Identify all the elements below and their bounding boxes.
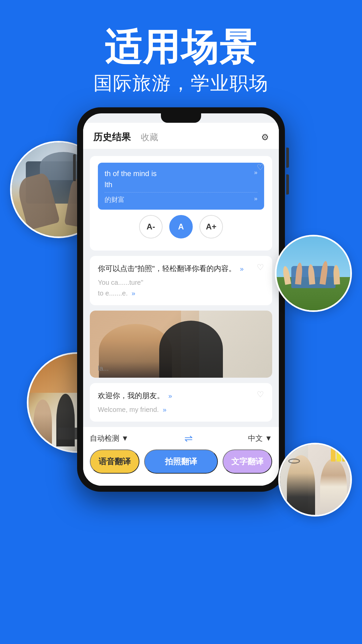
blue-en-text: th of the mind is » lth bbox=[105, 168, 257, 190]
phone-screen: 历史结果 收藏 ⚙ ♡ th of the mind is » lth bbox=[83, 113, 279, 486]
nav-bar: 历史结果 收藏 ⚙ bbox=[83, 123, 279, 149]
translation-card-2: ♡ 你可以点击"拍照"，轻松翻译你看的内容。 » You ca......tur… bbox=[90, 256, 272, 305]
phone-frame: 历史结果 收藏 ⚙ ♡ th of the mind is » lth bbox=[77, 107, 285, 492]
swap-languages-btn[interactable]: ⇌ bbox=[184, 432, 193, 444]
app-content: 历史结果 收藏 ⚙ ♡ th of the mind is » lth bbox=[83, 123, 279, 486]
header-section: 适用场景 国际旅游，学业职场 bbox=[0, 0, 362, 96]
photo-translate-btn[interactable]: 拍照翻译 bbox=[144, 449, 218, 474]
phone-mockup: 历史结果 收藏 ⚙ ♡ th of the mind is » lth bbox=[70, 107, 292, 492]
blue-zh-text: 的财富 » bbox=[105, 192, 257, 204]
font-decrease-btn[interactable]: A- bbox=[139, 215, 163, 238]
partial-text-3: la... bbox=[98, 365, 109, 372]
main-title: 适用场景 bbox=[0, 27, 362, 67]
target-language-selector[interactable]: 中文 ▼ bbox=[248, 433, 272, 443]
nav-favorites-tab[interactable]: 收藏 bbox=[141, 131, 158, 143]
en-translation-4: Welcome, my friend. » bbox=[98, 404, 264, 415]
translation-card-1: ♡ th of the mind is » lth 的财富 » bbox=[90, 156, 272, 251]
speaker-icon-2[interactable]: » bbox=[240, 263, 244, 274]
favorite-icon-4[interactable]: ♡ bbox=[257, 390, 264, 399]
zh-source-text-4: 欢迎你，我的朋友。 » bbox=[98, 390, 264, 401]
translation-card-3: ♡ la... bbox=[90, 311, 272, 378]
language-selector-row: 自动检测 ▼ ⇌ 中文 ▼ bbox=[90, 432, 272, 444]
voice-translate-btn[interactable]: 语音翻译 bbox=[90, 449, 139, 474]
nav-history-tab[interactable]: 历史结果 bbox=[93, 131, 131, 144]
speaker-icon-4b[interactable]: » bbox=[163, 404, 166, 415]
font-normal-btn[interactable]: A bbox=[169, 215, 193, 238]
font-increase-btn[interactable]: A+ bbox=[199, 215, 223, 238]
font-size-controls: A- A A+ bbox=[98, 215, 264, 238]
zh-source-text-2: 你可以点击"拍照"，轻松翻译你看的内容。 » bbox=[98, 263, 264, 274]
settings-icon[interactable]: ⚙ bbox=[261, 132, 269, 143]
sub-title: 国际旅游，学业职场 bbox=[0, 71, 362, 96]
text-translate-btn[interactable]: 文字翻译 bbox=[223, 449, 272, 474]
favorite-icon-1[interactable]: ♡ bbox=[257, 163, 264, 172]
speaker-icon-1b[interactable]: » bbox=[254, 195, 257, 202]
en-translation-2: You ca......ture" to e.......e. » bbox=[98, 277, 264, 299]
speaker-icon-4[interactable]: » bbox=[168, 390, 172, 401]
bottom-controls: 自动检测 ▼ ⇌ 中文 ▼ 语音翻译 拍照翻译 文字翻译 bbox=[83, 427, 279, 486]
action-buttons-row: 语音翻译 拍照翻译 文字翻译 bbox=[90, 449, 272, 480]
speaker-icon-2b[interactable]: » bbox=[132, 288, 135, 299]
decorative-circle-youth bbox=[275, 235, 352, 312]
decorative-circle-study bbox=[278, 443, 352, 517]
source-language-selector[interactable]: 自动检测 ▼ bbox=[90, 433, 129, 443]
translation-card-4: ♡ 欢迎你，我的朋友。 » Welcome, my friend. » bbox=[90, 383, 272, 422]
background: 适用场景 国际旅游，学业职场 bbox=[0, 0, 362, 644]
favorite-icon-2[interactable]: ♡ bbox=[257, 263, 264, 272]
blue-translation-block: th of the mind is » lth 的财富 » bbox=[98, 163, 264, 210]
phone-notch bbox=[161, 113, 201, 123]
